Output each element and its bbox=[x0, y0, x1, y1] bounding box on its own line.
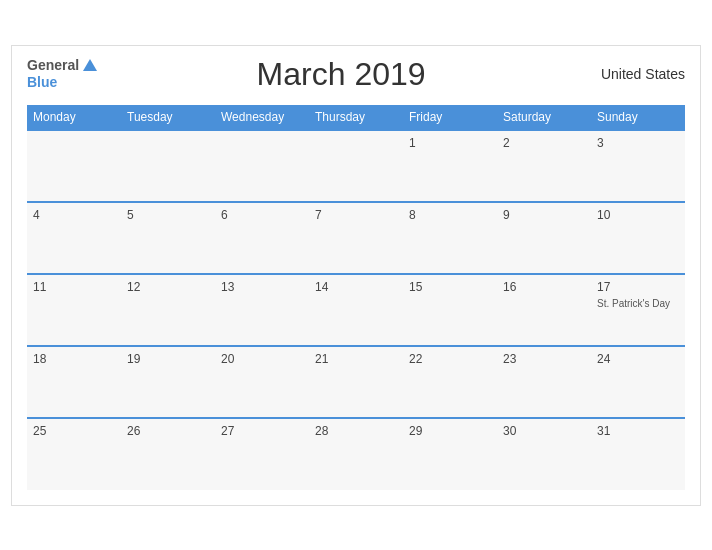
calendar-day-cell: 12 bbox=[121, 274, 215, 346]
weekday-header: Friday bbox=[403, 105, 497, 130]
calendar-day-cell: 9 bbox=[497, 202, 591, 274]
calendar-day-cell bbox=[309, 130, 403, 202]
calendar-week-row: 45678910 bbox=[27, 202, 685, 274]
calendar-day-cell: 1 bbox=[403, 130, 497, 202]
calendar-day-cell: 7 bbox=[309, 202, 403, 274]
calendar-day-cell: 18 bbox=[27, 346, 121, 418]
day-number: 11 bbox=[33, 280, 115, 294]
day-number: 31 bbox=[597, 424, 679, 438]
calendar-day-cell: 20 bbox=[215, 346, 309, 418]
day-number: 20 bbox=[221, 352, 303, 366]
calendar-week-row: 123 bbox=[27, 130, 685, 202]
day-number: 17 bbox=[597, 280, 679, 294]
calendar-day-cell: 14 bbox=[309, 274, 403, 346]
calendar-day-cell: 2 bbox=[497, 130, 591, 202]
day-number: 5 bbox=[127, 208, 209, 222]
calendar-header-row: MondayTuesdayWednesdayThursdayFridaySatu… bbox=[27, 105, 685, 130]
calendar-day-cell: 11 bbox=[27, 274, 121, 346]
day-number: 13 bbox=[221, 280, 303, 294]
calendar-table: MondayTuesdayWednesdayThursdayFridaySatu… bbox=[27, 105, 685, 490]
calendar-body: 1234567891011121314151617St. Patrick's D… bbox=[27, 130, 685, 490]
country-label: United States bbox=[585, 66, 685, 82]
day-number: 23 bbox=[503, 352, 585, 366]
weekday-header: Monday bbox=[27, 105, 121, 130]
day-number: 30 bbox=[503, 424, 585, 438]
calendar-day-cell: 31 bbox=[591, 418, 685, 490]
day-number: 19 bbox=[127, 352, 209, 366]
day-number: 4 bbox=[33, 208, 115, 222]
day-number: 25 bbox=[33, 424, 115, 438]
day-number: 29 bbox=[409, 424, 491, 438]
day-number: 15 bbox=[409, 280, 491, 294]
day-number: 10 bbox=[597, 208, 679, 222]
day-number: 22 bbox=[409, 352, 491, 366]
day-number: 1 bbox=[409, 136, 491, 150]
day-number: 16 bbox=[503, 280, 585, 294]
day-number: 7 bbox=[315, 208, 397, 222]
weekday-header: Thursday bbox=[309, 105, 403, 130]
logo-blue-text: Blue bbox=[27, 74, 57, 91]
calendar-day-cell: 8 bbox=[403, 202, 497, 274]
day-number: 12 bbox=[127, 280, 209, 294]
day-number: 9 bbox=[503, 208, 585, 222]
day-number: 24 bbox=[597, 352, 679, 366]
logo-triangle-icon bbox=[83, 59, 97, 71]
calendar-day-cell: 16 bbox=[497, 274, 591, 346]
calendar-day-cell: 15 bbox=[403, 274, 497, 346]
calendar-day-cell: 5 bbox=[121, 202, 215, 274]
calendar-day-cell: 22 bbox=[403, 346, 497, 418]
calendar-week-row: 18192021222324 bbox=[27, 346, 685, 418]
calendar-day-cell: 13 bbox=[215, 274, 309, 346]
calendar-day-cell: 24 bbox=[591, 346, 685, 418]
calendar-day-cell: 4 bbox=[27, 202, 121, 274]
day-number: 18 bbox=[33, 352, 115, 366]
weekday-header: Saturday bbox=[497, 105, 591, 130]
day-number: 6 bbox=[221, 208, 303, 222]
calendar-day-cell: 25 bbox=[27, 418, 121, 490]
weekday-header: Sunday bbox=[591, 105, 685, 130]
calendar-day-cell: 21 bbox=[309, 346, 403, 418]
calendar-day-cell: 17St. Patrick's Day bbox=[591, 274, 685, 346]
calendar-day-cell bbox=[215, 130, 309, 202]
calendar-day-cell: 27 bbox=[215, 418, 309, 490]
day-number: 3 bbox=[597, 136, 679, 150]
day-number: 27 bbox=[221, 424, 303, 438]
day-number: 26 bbox=[127, 424, 209, 438]
weekday-header: Tuesday bbox=[121, 105, 215, 130]
calendar-day-cell: 6 bbox=[215, 202, 309, 274]
calendar-day-cell bbox=[27, 130, 121, 202]
calendar-day-cell: 26 bbox=[121, 418, 215, 490]
calendar-day-cell: 10 bbox=[591, 202, 685, 274]
event-label: St. Patrick's Day bbox=[597, 297, 679, 310]
calendar-week-row: 25262728293031 bbox=[27, 418, 685, 490]
calendar-day-cell: 19 bbox=[121, 346, 215, 418]
calendar-day-cell: 28 bbox=[309, 418, 403, 490]
day-number: 2 bbox=[503, 136, 585, 150]
month-title: March 2019 bbox=[97, 56, 585, 93]
day-number: 21 bbox=[315, 352, 397, 366]
calendar-wrapper: General Blue March 2019 United States Mo… bbox=[11, 45, 701, 506]
day-number: 28 bbox=[315, 424, 397, 438]
day-number: 14 bbox=[315, 280, 397, 294]
logo: General Blue bbox=[27, 57, 97, 91]
logo-general-text: General bbox=[27, 57, 79, 74]
calendar-week-row: 11121314151617St. Patrick's Day bbox=[27, 274, 685, 346]
calendar-day-cell: 23 bbox=[497, 346, 591, 418]
day-number: 8 bbox=[409, 208, 491, 222]
calendar-day-cell: 29 bbox=[403, 418, 497, 490]
weekday-header: Wednesday bbox=[215, 105, 309, 130]
calendar-day-cell bbox=[121, 130, 215, 202]
calendar-day-cell: 30 bbox=[497, 418, 591, 490]
calendar-header: General Blue March 2019 United States bbox=[27, 56, 685, 93]
calendar-day-cell: 3 bbox=[591, 130, 685, 202]
